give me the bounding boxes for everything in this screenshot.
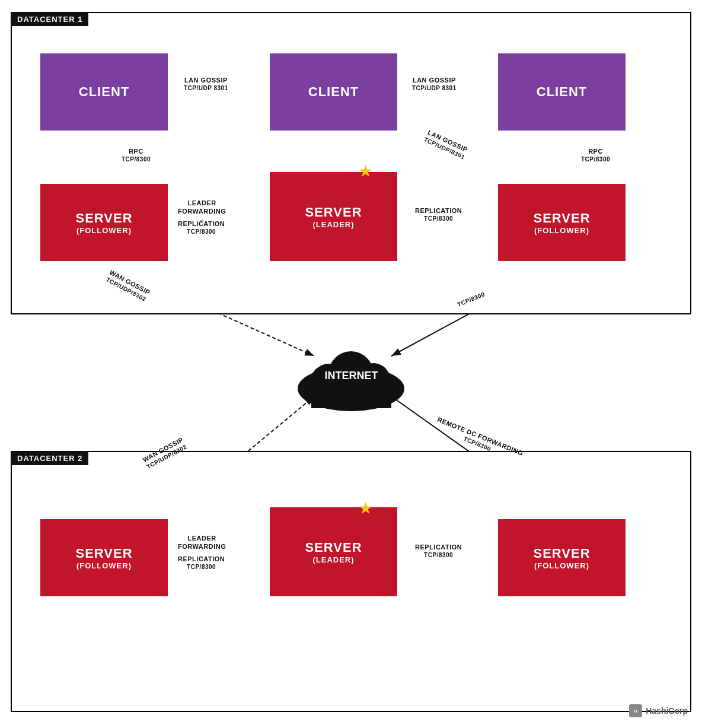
hashicorp-icon: H (629, 704, 642, 717)
server1-box: SERVER (FOLLOWER) (40, 184, 168, 261)
server4-box: SERVER (FOLLOWER) (40, 519, 168, 596)
client3-box: CLIENT (498, 53, 626, 131)
hashicorp-logo: H HashiCorp (629, 704, 688, 717)
internet-label: INTERNET (302, 370, 400, 382)
server5-leader-box: SERVER (LEADER) (270, 507, 397, 596)
leader-star-dc1: ★ (358, 161, 373, 181)
client1-box: CLIENT (40, 53, 168, 131)
server6-box: SERVER (FOLLOWER) (498, 519, 626, 596)
leader-forwarding-dc2-label: LEADER FORWARDING (178, 534, 226, 551)
replication-dc2-left-label: REPLICATION TCP/8300 (178, 555, 225, 571)
datacenter2-label: DATACENTER 2 (11, 452, 88, 465)
replication-dc2-right-label: REPLICATION TCP/8300 (415, 543, 462, 559)
svg-rect-23 (311, 387, 391, 408)
main-container: DATACENTER 1 DATACENTER 2 CLIENT CLIENT … (0, 0, 702, 728)
hashicorp-label: HashiCorp (646, 706, 688, 716)
replication-dc1-right-label: REPLICATION TCP/8300 (415, 206, 462, 222)
client2-box: CLIENT (270, 53, 397, 131)
datacenter1-label: DATACENTER 1 (11, 12, 88, 26)
rpc-left-label: RPC TCP/8300 (122, 147, 151, 163)
replication-dc1-left-label: REPLICATION TCP/8300 (178, 220, 225, 236)
svg-text:H: H (634, 708, 637, 714)
leader-star-dc2: ★ (358, 498, 373, 518)
internet-cloud: INTERNET (285, 335, 418, 412)
server3-box: SERVER (FOLLOWER) (498, 184, 626, 261)
server2-leader-box: SERVER (LEADER) (270, 172, 397, 261)
lan-gossip-label-1: LAN GOSSIP TCP/UDP 8301 (184, 76, 228, 92)
lan-gossip-label-2: LAN GOSSIP TCP/UDP 8301 (412, 76, 457, 92)
rpc-right-label: RPC TCP/8300 (581, 147, 610, 163)
